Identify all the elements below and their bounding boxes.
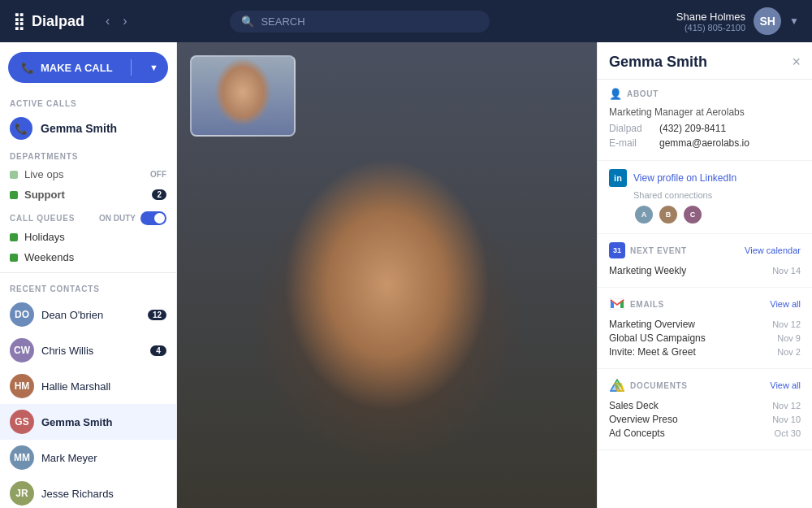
call-queues-row: CALL QUEUES ON DUTY xyxy=(0,210,176,227)
contact-avatar: DO xyxy=(10,302,34,327)
button-divider xyxy=(131,59,132,76)
phone-icon: 📞 xyxy=(15,123,28,135)
calendar-icon: 31 xyxy=(609,242,625,258)
shared-connections-avatars: A B C xyxy=(633,204,801,225)
contact-item[interactable]: HM Hallie Marshall xyxy=(0,368,176,404)
panel-header: Gemma Smith × xyxy=(598,42,812,80)
contact-name: Mark Meyer xyxy=(41,452,97,464)
doc-list: Sales Deck Nov 12 Overview Preso Nov 10 … xyxy=(609,400,801,439)
contact-badge: 4 xyxy=(150,345,166,356)
dept-badge: 2 xyxy=(152,189,166,200)
contact-list: DO Dean O'brien 12 CW Chris Willis 4 HM … xyxy=(0,297,176,508)
contact-item[interactable]: MM Mark Meyer xyxy=(0,440,176,475)
toggle-knob xyxy=(154,213,165,224)
dialpad-value: (432) 209-8411 xyxy=(659,123,726,134)
make-call-label: MAKE A CALL xyxy=(41,62,113,74)
contact-name: Jesse Richards xyxy=(41,488,114,500)
next-event-section: 31 NEXT EVENT View calendar Marketing We… xyxy=(598,234,812,288)
about-section-header: 👤 ABOUT xyxy=(609,88,801,100)
email-value: gemma@aerolabs.io xyxy=(659,137,749,149)
close-button[interactable]: × xyxy=(792,54,801,71)
next-event-section-header: 31 NEXT EVENT View calendar xyxy=(609,242,801,258)
dept-name: Live ops xyxy=(24,168,63,180)
contact-avatar: MM xyxy=(10,445,34,470)
contact-avatar: HM xyxy=(10,374,34,398)
emails-section-header: EMAILS View all xyxy=(609,296,801,312)
search-bar: 🔍 xyxy=(230,11,490,33)
active-call-icon: 📞 xyxy=(10,117,32,140)
linkedin-row: in View profile on LinkedIn xyxy=(609,169,801,187)
dept-item-support: Support 2 xyxy=(0,185,176,205)
gmail-icon xyxy=(609,296,625,312)
search-icon: 🔍 xyxy=(241,15,254,28)
queue-item-weekends: Weekends xyxy=(0,247,176,267)
sidebar: 📞 MAKE A CALL ▼ ACTIVE CALLS 📞 Gemma Smi… xyxy=(0,42,177,508)
dept-color-indicator xyxy=(10,191,18,199)
avatar: SH xyxy=(754,7,781,35)
contact-name: Gemma Smith xyxy=(41,416,112,428)
event-date: Nov 14 xyxy=(772,266,801,276)
dept-name: Support xyxy=(24,189,65,201)
pip-video xyxy=(190,55,296,137)
recent-contacts-label: RECENT CONTACTS xyxy=(0,278,176,297)
documents-section: DOCUMENTS View all Sales Deck Nov 12 Ove… xyxy=(598,369,812,450)
linkedin-icon: in xyxy=(609,169,627,187)
view-calendar-link[interactable]: View calendar xyxy=(745,245,801,255)
dept-item-liveops: Live ops OFF xyxy=(0,164,176,185)
search-input[interactable] xyxy=(261,15,478,28)
email-name: Invite: Meet & Greet xyxy=(609,346,696,358)
contact-item[interactable]: DO Dean O'brien 12 xyxy=(0,297,176,332)
user-text: Shane Holmes (415) 805-2100 xyxy=(676,11,745,33)
shared-avatar: C xyxy=(682,204,703,225)
active-call-item[interactable]: 📞 Gemma Smith xyxy=(0,111,176,145)
contact-name: Dean O'brien xyxy=(41,309,103,321)
contact-item[interactable]: CW Chris Willis 4 xyxy=(0,332,176,368)
contact-avatar: GS xyxy=(10,410,34,434)
phone-icon: 📞 xyxy=(21,62,34,74)
logo-icon: ⣿ xyxy=(13,11,25,31)
divider xyxy=(0,272,176,273)
email-row: Marketing Overview Nov 12 xyxy=(609,319,801,330)
contact-badge: 12 xyxy=(148,310,166,320)
documents-label: DOCUMENTS xyxy=(630,381,688,390)
on-duty-label: ON DUTY xyxy=(99,214,136,223)
contact-item[interactable]: GS Gemma Smith xyxy=(0,404,176,440)
panel-contact-name: Gemma Smith xyxy=(609,54,707,71)
doc-name: Ad Concepts xyxy=(609,428,665,439)
contact-name: Hallie Marshall xyxy=(41,380,110,393)
nav-back-button[interactable]: ‹ xyxy=(101,11,114,32)
on-duty-toggle[interactable] xyxy=(140,211,166,225)
departments-label: DEPARTMENTS xyxy=(0,145,176,164)
about-section: 👤 ABOUT Marketing Manager at Aerolabs Di… xyxy=(598,80,812,161)
email-label: E-mail xyxy=(609,137,651,149)
chevron-down-icon[interactable]: ▼ xyxy=(789,15,799,27)
queue-item-holidays: Holidays xyxy=(0,227,176,247)
email-row: Global US Campaigns Nov 9 xyxy=(609,332,801,344)
event-row: Marketing Weekly Nov 14 xyxy=(609,265,801,276)
doc-name: Overview Preso xyxy=(609,414,678,425)
linkedin-link[interactable]: View profile on LinkedIn xyxy=(633,172,736,184)
doc-name: Sales Deck xyxy=(609,400,659,411)
dialpad-info-row: Dialpad (432) 209-8411 xyxy=(609,123,801,134)
call-queues-label: CALL QUEUES xyxy=(10,214,75,223)
email-date: Nov 2 xyxy=(777,347,801,357)
shared-avatar: B xyxy=(658,204,679,225)
app-name: Dialpad xyxy=(32,13,84,30)
view-all-docs-link[interactable]: View all xyxy=(770,380,801,390)
contact-item[interactable]: JR Jesse Richards xyxy=(0,475,176,508)
active-calls-label: ACTIVE CALLS xyxy=(0,93,176,111)
right-panel: Gemma Smith × 👤 ABOUT Marketing Manager … xyxy=(597,42,812,508)
make-call-button[interactable]: 📞 MAKE A CALL ▼ xyxy=(8,52,168,83)
email-name: Marketing Overview xyxy=(609,319,695,330)
doc-date: Oct 30 xyxy=(775,428,801,438)
queue-name: Weekends xyxy=(24,251,74,263)
shared-connections-label: Shared connections xyxy=(633,190,801,200)
doc-date: Nov 10 xyxy=(772,415,801,424)
email-list: Marketing Overview Nov 12 Global US Camp… xyxy=(609,319,801,358)
dialpad-label: Dialpad xyxy=(609,123,651,134)
shared-avatar: A xyxy=(633,204,654,225)
contact-avatar: CW xyxy=(10,338,34,363)
nav-forward-button[interactable]: › xyxy=(118,11,132,32)
email-info-row: E-mail gemma@aerolabs.io xyxy=(609,137,801,149)
view-all-emails-link[interactable]: View all xyxy=(770,299,801,309)
